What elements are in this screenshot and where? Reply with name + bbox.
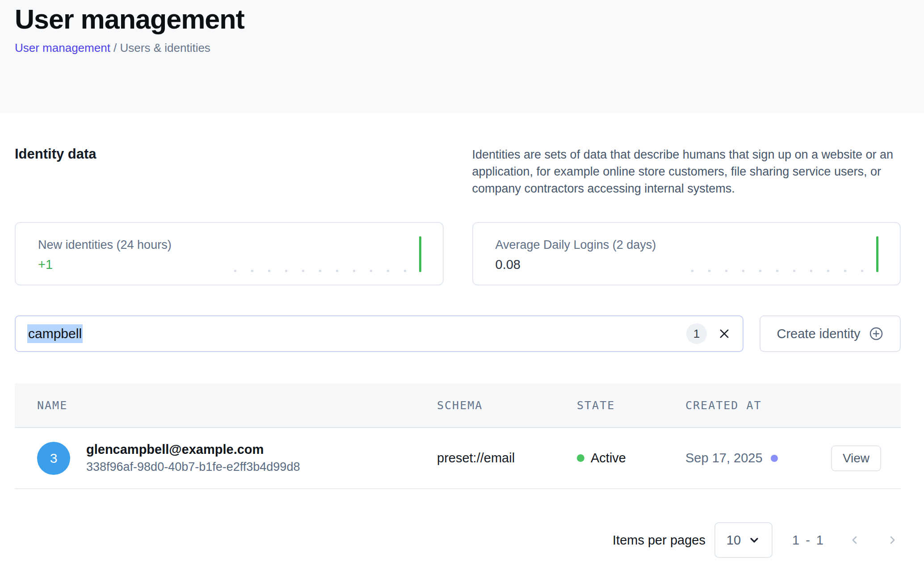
schema-cell: preset://email: [437, 451, 577, 465]
column-header-name: NAME: [15, 399, 437, 412]
chevron-left-icon: [848, 534, 861, 546]
clear-search-button[interactable]: [717, 326, 732, 341]
identity-email: glencampbell@example.com: [86, 442, 300, 457]
page-size-select[interactable]: 10: [714, 522, 773, 558]
breadcrumb: User management / Users & identities: [15, 41, 901, 55]
close-icon: [718, 327, 731, 340]
created-at-date: Sep 17, 2025: [685, 451, 763, 465]
pagination: Items per pages 10 1 - 1: [15, 522, 901, 558]
chevron-down-icon: [748, 534, 760, 546]
chevron-right-icon: [886, 534, 899, 546]
created-at-dot: [771, 455, 778, 462]
create-identity-button[interactable]: Create identity: [760, 315, 901, 352]
identity-uuid: 338f96af-98d0-40b7-b1fe-e2ff3b4d99d8: [86, 460, 300, 474]
view-button[interactable]: View: [831, 445, 881, 471]
search-row: campbell 1 Create identity: [15, 315, 901, 352]
identity-data-section: Identity data Identities are sets of dat…: [15, 146, 901, 197]
column-header-created-at: CREATED AT: [685, 399, 831, 412]
sparkline-dots: [234, 270, 406, 272]
next-page-button[interactable]: [885, 532, 900, 548]
sparkline: [234, 236, 421, 272]
main-content: Identity data Identities are sets of dat…: [0, 146, 924, 558]
search-result-count-badge: 1: [686, 323, 707, 344]
action-cell: View: [831, 445, 901, 471]
name-cell: 3 glencampbell@example.com 338f96af-98d0…: [15, 442, 437, 475]
items-per-page-label: Items per pages: [613, 533, 706, 548]
table-row[interactable]: 3 glencampbell@example.com 338f96af-98d0…: [15, 428, 901, 489]
stat-card-average-daily-logins: Average Daily Logins (2 days) 0.08: [472, 222, 901, 285]
page-header: User management User management / Users …: [0, 0, 924, 113]
table-header-row: NAME SCHEMA STATE CREATED AT: [15, 383, 901, 428]
breadcrumb-link-user-management[interactable]: User management: [15, 41, 110, 54]
breadcrumb-current: Users & identities: [120, 41, 210, 54]
previous-page-button[interactable]: [847, 532, 862, 548]
sparkline-dots: [691, 270, 863, 272]
search-input[interactable]: campbell 1: [15, 315, 743, 352]
section-heading: Identity data: [15, 146, 444, 162]
identities-table: NAME SCHEMA STATE CREATED AT 3 glencampb…: [15, 383, 901, 489]
search-input-value[interactable]: campbell: [27, 324, 83, 343]
state-label: Active: [591, 451, 626, 465]
stat-card-new-identities: New identities (24 hours) +1: [15, 222, 444, 285]
state-cell: Active: [577, 451, 685, 465]
created-at-cell: Sep 17, 2025: [685, 451, 831, 465]
column-header-state: STATE: [577, 399, 685, 412]
section-description: Identities are sets of data that describ…: [472, 146, 901, 197]
avatar: 3: [37, 442, 70, 475]
page-size-value: 10: [727, 533, 741, 548]
sparkline-bar: [419, 236, 421, 272]
column-header-schema: SCHEMA: [437, 399, 577, 412]
active-status-dot: [577, 454, 584, 462]
stat-cards-row: New identities (24 hours) +1 Average Dai…: [15, 222, 901, 285]
create-identity-label: Create identity: [777, 327, 861, 341]
sparkline-bar: [876, 236, 878, 272]
plus-circle-icon: [869, 326, 884, 341]
page-range: 1 - 1: [792, 533, 825, 548]
sparkline: [691, 236, 878, 272]
breadcrumb-separator: /: [110, 41, 120, 54]
page-title: User management: [15, 4, 901, 35]
